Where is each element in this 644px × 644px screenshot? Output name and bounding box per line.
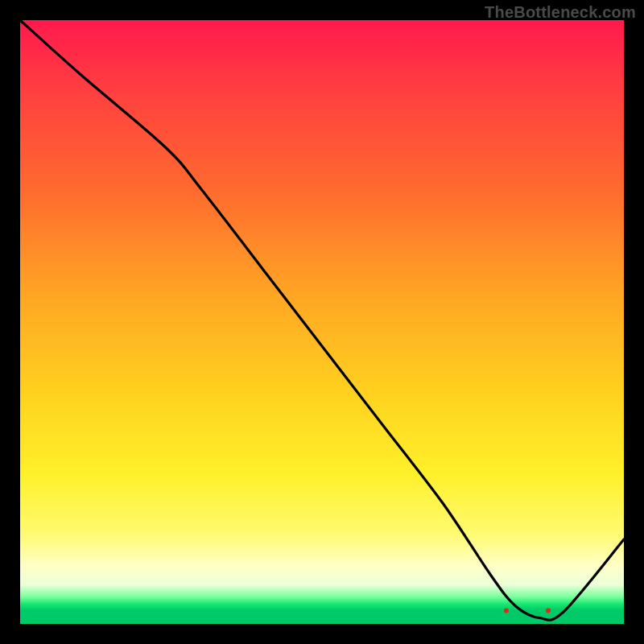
chart-stage: TheBottleneck.com: [0, 0, 644, 644]
plot-area: [20, 20, 624, 624]
series-dot-end: [546, 609, 551, 613]
series-dot-start: [504, 609, 509, 613]
chart-overlay: [20, 20, 624, 624]
attribution-text: TheBottleneck.com: [485, 3, 636, 22]
bottleneck-curve: [20, 20, 624, 620]
